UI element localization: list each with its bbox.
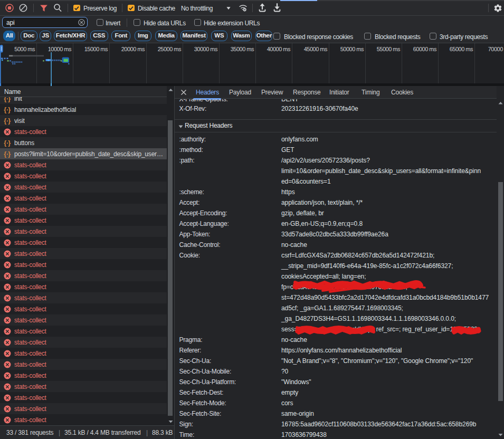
svg-text:}: } [8, 139, 11, 147]
svg-text:{: { [4, 139, 6, 147]
svg-text:}: } [8, 97, 11, 102]
svg-text:{: { [4, 117, 6, 125]
svg-text:}: } [8, 117, 11, 125]
svg-text:{: { [4, 106, 6, 113]
svg-text:{: { [4, 97, 6, 102]
svg-text:}: } [8, 106, 11, 113]
svg-text:}: } [8, 150, 11, 158]
svg-text:{: { [4, 150, 6, 158]
